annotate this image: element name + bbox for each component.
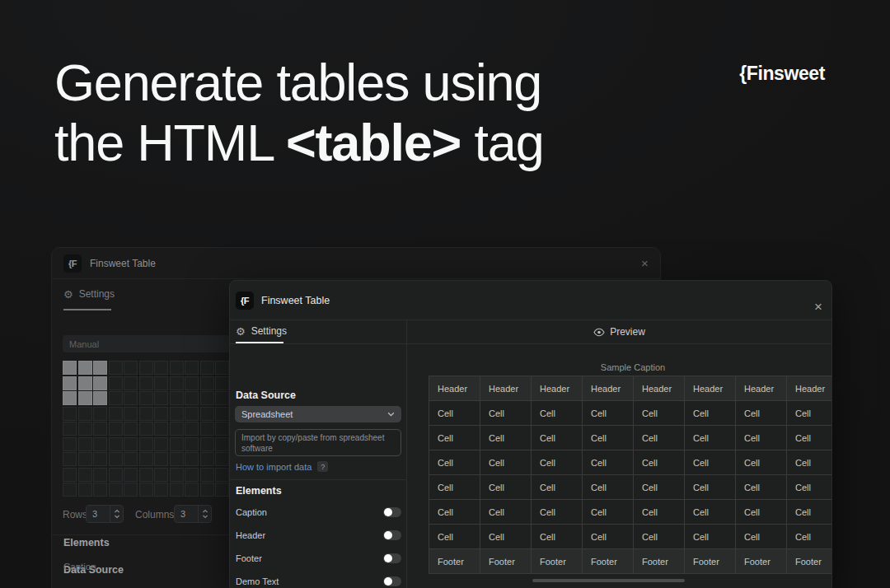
grid-cell[interactable] bbox=[93, 376, 107, 390]
grid-cell[interactable] bbox=[93, 483, 107, 497]
grid-cell[interactable] bbox=[215, 452, 229, 466]
grid-cell[interactable] bbox=[78, 422, 92, 436]
grid-cell[interactable] bbox=[215, 437, 229, 451]
grid-cell[interactable] bbox=[215, 468, 229, 482]
data-source-select[interactable]: Spreadsheet bbox=[235, 406, 401, 422]
grid-cell[interactable] bbox=[215, 376, 229, 390]
grid-cell[interactable] bbox=[215, 361, 229, 375]
close-icon[interactable]: × bbox=[814, 300, 822, 314]
columns-input[interactable] bbox=[175, 506, 198, 522]
grid-cell[interactable] bbox=[63, 407, 77, 421]
grid-cell[interactable] bbox=[170, 361, 184, 375]
grid-cell[interactable] bbox=[139, 407, 153, 421]
grid-cell[interactable] bbox=[170, 391, 184, 405]
grid-cell[interactable] bbox=[124, 437, 138, 451]
footer-toggle[interactable] bbox=[383, 553, 401, 563]
grid-cell[interactable] bbox=[139, 391, 153, 405]
grid-cell[interactable] bbox=[170, 437, 184, 451]
grid-cell[interactable] bbox=[154, 468, 168, 482]
grid-cell[interactable] bbox=[170, 376, 184, 390]
header-toggle[interactable] bbox=[383, 530, 401, 540]
grid-cell[interactable] bbox=[139, 483, 153, 497]
how-to-import-link[interactable]: How to import data bbox=[236, 462, 312, 472]
grid-cell[interactable] bbox=[170, 422, 184, 436]
grid-cell[interactable] bbox=[215, 483, 229, 497]
grid-cell[interactable] bbox=[200, 468, 214, 482]
grid-cell[interactable] bbox=[109, 391, 123, 405]
grid-cell[interactable] bbox=[63, 452, 77, 466]
grid-cell[interactable] bbox=[63, 437, 77, 451]
grid-cell[interactable] bbox=[78, 376, 92, 390]
grid-cell[interactable] bbox=[200, 407, 214, 421]
grid-cell[interactable] bbox=[124, 376, 138, 390]
grid-cell[interactable] bbox=[185, 376, 199, 390]
grid-cell[interactable] bbox=[139, 376, 153, 390]
tab-settings[interactable]: ⚙ Settings bbox=[236, 325, 287, 337]
grid-cell[interactable] bbox=[139, 468, 153, 482]
grid-cell[interactable] bbox=[139, 422, 153, 436]
grid-cell[interactable] bbox=[154, 407, 168, 421]
grid-cell[interactable] bbox=[93, 468, 107, 482]
grid-cell[interactable] bbox=[109, 452, 123, 466]
grid-cell[interactable] bbox=[154, 437, 168, 451]
grid-cell[interactable] bbox=[154, 391, 168, 405]
grid-cell[interactable] bbox=[200, 361, 214, 375]
grid-cell[interactable] bbox=[185, 437, 199, 451]
grid-cell[interactable] bbox=[185, 483, 199, 497]
grid-cell[interactable] bbox=[200, 376, 214, 390]
grid-cell[interactable] bbox=[109, 376, 123, 390]
grid-cell[interactable] bbox=[78, 483, 92, 497]
grid-cell[interactable] bbox=[63, 391, 77, 405]
grid-cell[interactable] bbox=[78, 361, 92, 375]
grid-cell[interactable] bbox=[170, 452, 184, 466]
grid-cell[interactable] bbox=[63, 376, 77, 390]
grid-cell[interactable] bbox=[139, 361, 153, 375]
caption-toggle[interactable] bbox=[383, 507, 401, 517]
grid-cell[interactable] bbox=[63, 468, 77, 482]
grid-cell[interactable] bbox=[200, 452, 214, 466]
grid-cell[interactable] bbox=[109, 407, 123, 421]
grid-cell[interactable] bbox=[185, 407, 199, 421]
grid-cell[interactable] bbox=[78, 391, 92, 405]
close-icon[interactable]: × bbox=[641, 256, 649, 270]
grid-cell[interactable] bbox=[93, 391, 107, 405]
rows-input[interactable] bbox=[87, 506, 110, 522]
grid-cell[interactable] bbox=[185, 391, 199, 405]
grid-cell[interactable] bbox=[63, 361, 77, 375]
help-badge-icon[interactable]: ? bbox=[317, 461, 328, 472]
grid-cell[interactable] bbox=[154, 361, 168, 375]
grid-cell[interactable] bbox=[200, 437, 214, 451]
grid-cell[interactable] bbox=[154, 376, 168, 390]
grid-cell[interactable] bbox=[78, 452, 92, 466]
grid-cell[interactable] bbox=[154, 422, 168, 436]
grid-cell[interactable] bbox=[185, 422, 199, 436]
grid-cell[interactable] bbox=[185, 468, 199, 482]
grid-cell[interactable] bbox=[124, 422, 138, 436]
grid-cell[interactable] bbox=[109, 468, 123, 482]
grid-cell[interactable] bbox=[170, 407, 184, 421]
grid-cell[interactable] bbox=[93, 437, 107, 451]
grid-cell[interactable] bbox=[185, 361, 199, 375]
grid-cell[interactable] bbox=[185, 452, 199, 466]
grid-cell[interactable] bbox=[124, 391, 138, 405]
grid-cell[interactable] bbox=[170, 483, 184, 497]
grid-cell[interactable] bbox=[93, 407, 107, 421]
demo-text-toggle[interactable] bbox=[383, 576, 401, 586]
grid-cell[interactable] bbox=[109, 483, 123, 497]
grid-cell[interactable] bbox=[170, 468, 184, 482]
tab-settings[interactable]: ⚙ Settings bbox=[63, 288, 115, 300]
grid-cell[interactable] bbox=[139, 437, 153, 451]
grid-cell[interactable] bbox=[93, 422, 107, 436]
grid-cell[interactable] bbox=[154, 483, 168, 497]
grid-cell[interactable] bbox=[139, 452, 153, 466]
data-source-select[interactable]: Manual bbox=[63, 335, 230, 352]
rows-stepper-arrows[interactable] bbox=[110, 506, 123, 522]
grid-cell[interactable] bbox=[200, 483, 214, 497]
grid-cell[interactable] bbox=[124, 468, 138, 482]
grid-cell[interactable] bbox=[93, 452, 107, 466]
grid-cell[interactable] bbox=[124, 452, 138, 466]
grid-cell[interactable] bbox=[154, 452, 168, 466]
grid-cell[interactable] bbox=[124, 483, 138, 497]
grid-cell[interactable] bbox=[215, 391, 229, 405]
grid-cell[interactable] bbox=[109, 361, 123, 375]
